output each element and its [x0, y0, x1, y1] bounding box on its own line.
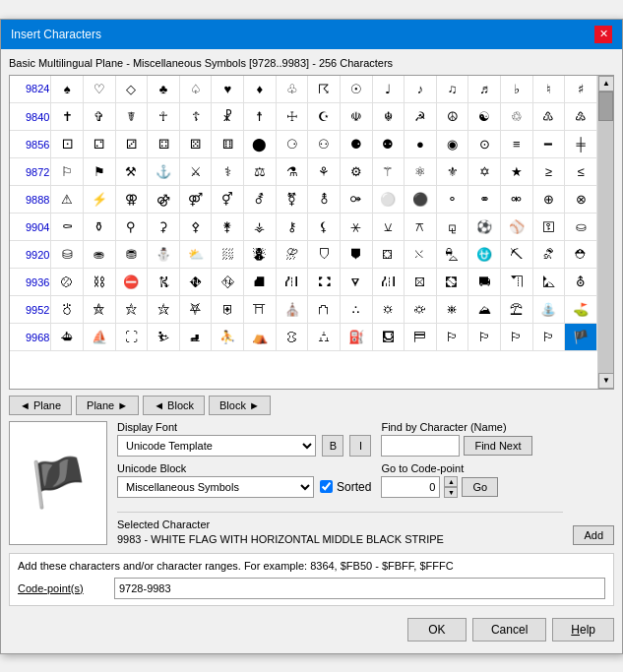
- char-cell[interactable]: ⬤: [244, 131, 277, 158]
- char-cell[interactable]: ⛺: [244, 324, 277, 351]
- char-cell[interactable]: ●: [405, 131, 437, 158]
- char-cell[interactable]: ⚄: [179, 131, 212, 158]
- char-cell[interactable]: ╪: [565, 131, 597, 158]
- char-cell[interactable]: ⚠: [51, 186, 84, 214]
- char-cell[interactable]: ⛒: [51, 269, 84, 296]
- char-cell[interactable]: ⛱: [500, 296, 532, 324]
- char-cell[interactable]: ⛡: [532, 269, 565, 296]
- char-cell[interactable]: ☦: [179, 103, 212, 131]
- char-cell[interactable]: ⚀: [51, 131, 84, 158]
- char-cell[interactable]: ⚈: [340, 131, 372, 158]
- cancel-button[interactable]: Cancel: [472, 618, 546, 641]
- char-cell[interactable]: ⚉: [372, 131, 405, 158]
- codepoint-input[interactable]: 9728-9983: [114, 578, 605, 599]
- char-cell[interactable]: ⚪: [372, 186, 405, 214]
- char-cell[interactable]: ⛼: [308, 324, 341, 351]
- char-cell[interactable]: ⚥: [212, 186, 244, 214]
- char-cell[interactable]: ☉: [340, 76, 372, 103]
- char-cell[interactable]: ⚸: [308, 214, 341, 241]
- char-cell[interactable]: ⛗: [212, 269, 244, 296]
- char-cell[interactable]: ⚅: [212, 131, 244, 158]
- char-cell[interactable]: ⚑: [84, 158, 116, 186]
- char-cell[interactable]: ♤: [179, 76, 212, 103]
- char-cell[interactable]: ☪: [308, 103, 341, 131]
- scrollbar[interactable]: ▲ ▼: [597, 76, 613, 389]
- char-cell[interactable]: ✡: [468, 158, 501, 186]
- char-cell[interactable]: ♴: [565, 103, 597, 131]
- char-cell[interactable]: ⚺: [372, 214, 405, 241]
- char-cell[interactable]: ⛜: [372, 269, 405, 296]
- char-cell[interactable]: ⛶: [115, 324, 148, 351]
- char-cell[interactable]: ⚱: [84, 214, 116, 241]
- char-cell[interactable]: ⚶: [244, 214, 277, 241]
- char-cell[interactable]: ⛘: [244, 269, 277, 296]
- scroll-up-btn[interactable]: ▲: [598, 76, 614, 92]
- char-cell[interactable]: ☯: [468, 103, 501, 131]
- char-cell[interactable]: ⚡: [84, 186, 116, 214]
- char-cell[interactable]: ⛕: [148, 269, 180, 296]
- char-cell[interactable]: ⛞: [436, 269, 468, 296]
- char-cell[interactable]: ⚩: [340, 186, 372, 214]
- char-cell[interactable]: ♣: [148, 76, 180, 103]
- char-cell[interactable]: ⚨: [308, 186, 341, 214]
- char-cell[interactable]: ⚲: [115, 214, 148, 241]
- char-cell[interactable]: ☩: [276, 103, 308, 131]
- char-cell[interactable]: ⛬: [340, 296, 372, 324]
- char-cell[interactable]: ◉: [436, 131, 468, 158]
- scrollbar-thumb[interactable]: [598, 92, 613, 121]
- char-cell[interactable]: ⛣: [51, 296, 84, 324]
- char-cell[interactable]: ♧: [276, 76, 308, 103]
- char-cell[interactable]: ⚵: [212, 214, 244, 241]
- char-cell[interactable]: ⚓: [148, 158, 180, 186]
- char-cell[interactable]: ⛻: [276, 324, 308, 351]
- next-plane-btn[interactable]: Plane ►: [76, 396, 139, 415]
- go-button[interactable]: Go: [462, 477, 498, 497]
- char-cell[interactable]: ⛽: [340, 324, 372, 351]
- char-cell[interactable]: ⚇: [308, 131, 341, 158]
- char-cell[interactable]: ⛧: [179, 296, 212, 324]
- char-cell[interactable]: ♠: [51, 76, 84, 103]
- italic-button[interactable]: I: [349, 435, 371, 457]
- char-cell[interactable]: ⛰: [468, 296, 501, 324]
- char-cell[interactable]: ⚰: [51, 214, 84, 241]
- char-cell[interactable]: ⛄: [148, 241, 180, 269]
- char-cell[interactable]: ♬: [468, 76, 501, 103]
- char-cell[interactable]: ⛚: [308, 269, 341, 296]
- char-cell[interactable]: ⛂: [84, 241, 116, 269]
- char-cell[interactable]: ⛾: [372, 324, 405, 351]
- char-cell[interactable]: ⚫: [405, 186, 437, 214]
- char-cell[interactable]: ⚔: [179, 158, 212, 186]
- ok-button[interactable]: OK: [407, 618, 467, 641]
- char-cell[interactable]: ☨: [244, 103, 277, 131]
- char-cell[interactable]: 🏳: [468, 324, 501, 351]
- char-cell[interactable]: ♯: [565, 76, 597, 103]
- display-font-select[interactable]: Unicode Template: [117, 435, 316, 457]
- char-cell[interactable]: ⚚: [372, 158, 405, 186]
- char-cell[interactable]: ☫: [340, 103, 372, 131]
- char-cell[interactable]: ⛝: [405, 269, 437, 296]
- char-cell[interactable]: ≥: [532, 158, 565, 186]
- char-cell[interactable]: ◇: [115, 76, 148, 103]
- char-cell[interactable]: ⛀: [565, 214, 597, 241]
- char-cell[interactable]: ⚦: [244, 186, 277, 214]
- spin-down-btn[interactable]: ▼: [444, 487, 458, 498]
- char-cell[interactable]: ⛩: [244, 296, 277, 324]
- char-cell[interactable]: ⛢: [565, 269, 597, 296]
- char-cell[interactable]: ⛪: [276, 296, 308, 324]
- char-cell[interactable]: ⛇: [244, 241, 277, 269]
- bold-button[interactable]: B: [322, 435, 343, 457]
- char-cell[interactable]: ☈: [308, 76, 341, 103]
- char-cell[interactable]: ⛔: [115, 269, 148, 296]
- char-cell[interactable]: ⚗: [276, 158, 308, 186]
- char-cell[interactable]: ⛉: [308, 241, 341, 269]
- char-cell[interactable]: ⚖: [244, 158, 277, 186]
- char-cell[interactable]: ⚮: [500, 186, 532, 214]
- char-cell[interactable]: ☭: [405, 103, 437, 131]
- char-cell[interactable]: ⚐: [51, 158, 84, 186]
- char-cell[interactable]: ⛖: [179, 269, 212, 296]
- char-cell[interactable]: ♦: [244, 76, 277, 103]
- char-cell[interactable]: ⛳: [565, 296, 597, 324]
- char-cell[interactable]: ⚽: [468, 214, 501, 241]
- char-cell[interactable]: ⚾: [500, 214, 532, 241]
- char-cell[interactable]: ⚂: [115, 131, 148, 158]
